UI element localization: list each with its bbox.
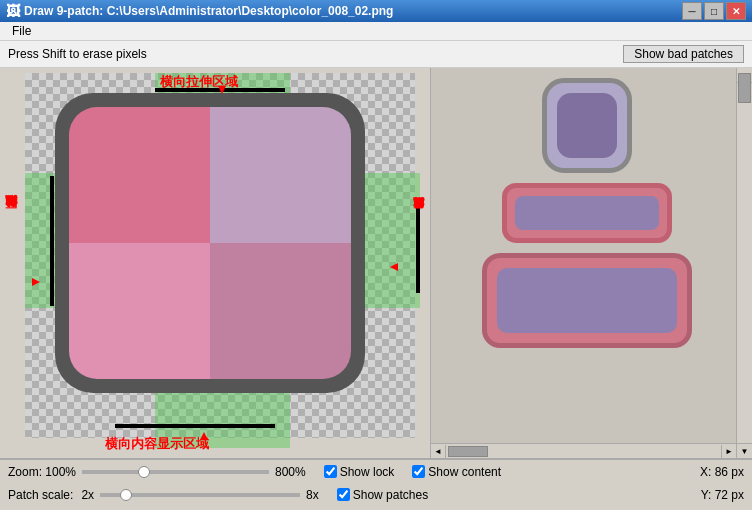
arrow-v-content [390, 263, 398, 271]
patch-scale-slider[interactable] [100, 493, 300, 497]
menu-bar: File [0, 22, 752, 41]
preview-medium-outer [502, 183, 672, 243]
hint-text: Press Shift to erase pixels [8, 47, 147, 61]
show-lock-group: Show lock [324, 465, 395, 479]
preview-large [482, 253, 692, 348]
preview-small-inner [557, 93, 617, 158]
bottom-patch-line [115, 424, 275, 428]
show-patches-checkbox[interactable] [337, 488, 350, 501]
quadrant-4 [210, 243, 351, 379]
title-bar: 🖼 Draw 9-patch: C:\Users\Administrator\D… [0, 0, 752, 22]
file-menu[interactable]: File [6, 22, 37, 40]
vertical-scrollbar[interactable]: ▲ ▼ [736, 68, 752, 458]
quadrant-2 [210, 107, 351, 243]
patch-scale-label: Patch scale: [8, 488, 73, 502]
zoom-slider[interactable] [82, 470, 269, 474]
arrow-h-stretch [218, 86, 226, 94]
left-panel: 横向拉伸区域 纵向拉伸区域 横向内容显示区域 纵向内容显示区域 [0, 68, 430, 458]
zoom-max-value: 800% [275, 465, 306, 479]
show-lock-label: Show lock [340, 465, 395, 479]
toolbar: Press Shift to erase pixels Show bad pat… [0, 41, 752, 68]
patch-scale-thumb[interactable] [120, 489, 132, 501]
left-patch-line [50, 176, 54, 306]
zoom-slider-thumb[interactable] [138, 466, 150, 478]
preview-container [441, 78, 732, 348]
h-scrollbar[interactable]: ◄ ► [431, 443, 736, 458]
scrollbar-arrow-bot[interactable]: ▼ [737, 443, 752, 458]
main-area: 横向拉伸区域 纵向拉伸区域 横向内容显示区域 纵向内容显示区域 ▲ ▼ [0, 68, 752, 458]
h-scrollbar-thumb[interactable] [448, 446, 488, 457]
show-patches-label: Show patches [353, 488, 428, 502]
status-bar: Zoom: 100% 800% Show lock Show content X… [0, 458, 752, 506]
arrow-h-content [200, 432, 208, 440]
status-row-1: Zoom: 100% 800% Show lock Show content X… [0, 460, 752, 483]
h-scrollbar-arrow-left[interactable]: ◄ [431, 445, 446, 458]
quadrant-1 [69, 107, 210, 243]
preview-large-outer [482, 253, 692, 348]
preview-medium-inner [515, 196, 659, 230]
status-row-2: Patch scale: 2x 8x Show patches Y: 72 px [0, 483, 752, 506]
quadrant-grid [69, 107, 351, 379]
right-panel: ▲ ▼ [430, 68, 752, 458]
show-content-label: Show content [428, 465, 501, 479]
zoom-label: Zoom: 100% [8, 465, 76, 479]
window-title: Draw 9-patch: C:\Users\Administrator\Des… [24, 4, 682, 18]
h-scrollbar-arrow-right[interactable]: ► [721, 445, 736, 458]
quadrant-3 [69, 243, 210, 379]
show-content-checkbox[interactable] [412, 465, 425, 478]
show-bad-patches-button[interactable]: Show bad patches [623, 45, 744, 63]
preview-small-outer [542, 78, 632, 173]
patch-scale-max: 8x [306, 488, 319, 502]
preview-small [542, 78, 632, 173]
patch-scale-value: 2x [81, 488, 94, 502]
show-lock-checkbox[interactable] [324, 465, 337, 478]
x-coord: X: 86 px [700, 465, 744, 479]
preview-large-inner [497, 268, 677, 333]
close-button[interactable]: ✕ [726, 2, 746, 20]
maximize-button[interactable]: □ [704, 2, 724, 20]
y-coord: Y: 72 px [701, 488, 744, 502]
scrollbar-thumb[interactable] [738, 73, 751, 103]
patch-inner [69, 107, 351, 379]
nine-patch-image[interactable] [55, 93, 365, 393]
arrow-v-stretch [32, 278, 40, 286]
window-controls: ─ □ ✕ [682, 2, 746, 20]
app-icon: 🖼 [6, 3, 20, 19]
right-patch-line [416, 208, 420, 293]
show-patches-group: Show patches [337, 488, 428, 502]
show-content-group: Show content [412, 465, 501, 479]
minimize-button[interactable]: ─ [682, 2, 702, 20]
label-h-content: 横向内容显示区域 [105, 435, 209, 453]
label-h-stretch: 横向拉伸区域 [160, 73, 238, 91]
preview-medium [502, 183, 672, 243]
